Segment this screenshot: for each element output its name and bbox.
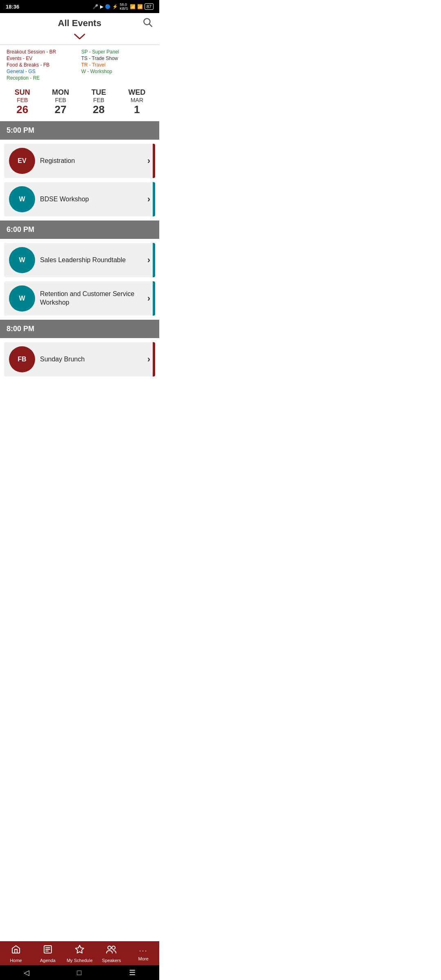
color-bar-bdse xyxy=(153,182,155,216)
search-button[interactable] xyxy=(142,17,153,30)
color-bar-sales xyxy=(153,243,155,277)
legend-events: Events - EV xyxy=(7,56,78,61)
event-title-registration: Registration xyxy=(40,157,147,165)
legend-breakout: Breakout Session - BR xyxy=(7,49,78,55)
legend-tradeshow: TS - Trade Show xyxy=(81,56,153,61)
event-badge-fb: FB xyxy=(9,346,35,372)
legend: Breakout Session - BR SP - Super Panel E… xyxy=(0,45,159,84)
event-title-brunch: Sunday Brunch xyxy=(40,355,147,364)
battery-label: 87 xyxy=(145,3,154,10)
color-bar-brunch xyxy=(153,342,155,376)
wifi-icon: 📶 xyxy=(130,4,136,9)
header: All Events xyxy=(0,13,159,33)
legend-food: Food & Breaks - FB xyxy=(7,62,78,68)
time-block-5pm: 5:00 PM xyxy=(0,121,159,140)
youtube-icon: ▶ xyxy=(100,4,103,9)
page-title: All Events xyxy=(58,18,101,29)
legend-superpanel: SP - Super Panel xyxy=(81,49,153,55)
event-bdse-workshop[interactable]: W BDSE Workshop › xyxy=(4,182,155,216)
signal-icon: 📶 xyxy=(137,4,143,9)
event-title-bdse: BDSE Workshop xyxy=(40,195,147,204)
day-wed-mar-1[interactable]: WED MAR 1 xyxy=(118,88,156,116)
event-badge-w-sales: W xyxy=(9,247,35,273)
event-title-retention: Retention and Customer Service Workshop xyxy=(40,290,147,307)
time-block-8pm: 8:00 PM xyxy=(0,320,159,338)
schedule-content: 5:00 PM EV Registration › W BDSE Worksho… xyxy=(0,121,159,421)
dot-icon: 🔵 xyxy=(105,4,111,9)
day-mon-feb-27[interactable]: MON FEB 27 xyxy=(42,88,80,116)
legend-reception: Reception - RE xyxy=(7,75,78,81)
legend-general: General - GS xyxy=(7,69,78,74)
svg-line-1 xyxy=(149,24,152,27)
color-bar-registration xyxy=(153,144,155,178)
legend-travel: TR - Travel xyxy=(81,62,153,68)
day-tue-feb-28[interactable]: TUE FEB 28 xyxy=(80,88,118,116)
event-registration[interactable]: EV Registration › xyxy=(4,144,155,178)
event-badge-w-retention: W xyxy=(9,285,35,312)
day-navigation: SUN FEB 26 MON FEB 27 TUE FEB 28 WED MAR… xyxy=(0,84,159,121)
color-bar-retention xyxy=(153,281,155,316)
legend-workshop: W - Workshop xyxy=(81,69,153,74)
event-sales-leadership[interactable]: W Sales Leadership Roundtable › xyxy=(4,243,155,277)
dropdown-arrow[interactable] xyxy=(0,33,159,45)
day-sun-feb-26[interactable]: SUN FEB 26 xyxy=(3,88,42,116)
event-badge-ev: EV xyxy=(9,148,35,174)
event-title-sales: Sales Leadership Roundtable xyxy=(40,256,147,265)
event-retention-workshop[interactable]: W Retention and Customer Service Worksho… xyxy=(4,281,155,316)
status-bar: 18:36 🎤 ▶ 🔵 ⚡ 58.0KB/S 📶 📶 87 xyxy=(0,0,159,13)
status-icons: 🎤 ▶ 🔵 ⚡ 58.0KB/S 📶 📶 87 xyxy=(93,2,154,11)
microphone-icon: 🎤 xyxy=(93,4,98,9)
status-time: 18:36 xyxy=(6,4,19,10)
event-badge-w-bdse: W xyxy=(9,186,35,212)
speed-label: 58.0KB/S xyxy=(120,2,128,11)
bluetooth-icon: ⚡ xyxy=(112,4,118,9)
event-sunday-brunch[interactable]: FB Sunday Brunch › xyxy=(4,342,155,376)
time-block-6pm: 6:00 PM xyxy=(0,220,159,239)
